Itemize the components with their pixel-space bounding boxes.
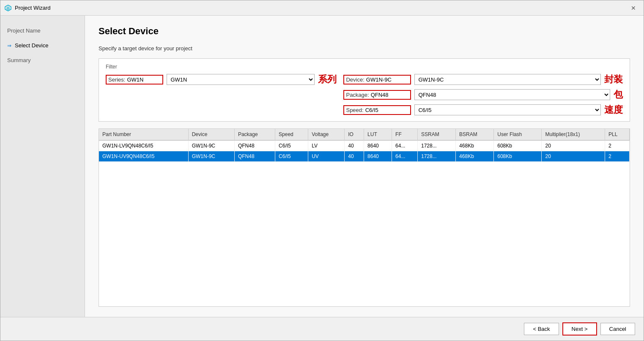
title-bar: Project Wizard ✕ bbox=[0, 0, 644, 16]
table-cell: GW1N-9C bbox=[188, 151, 234, 162]
table-cell: QFN48 bbox=[234, 151, 275, 162]
speed-field-wrapper: Speed: bbox=[343, 105, 411, 115]
series-dropdown[interactable]: GW1N bbox=[167, 74, 315, 85]
filter-label: Filter bbox=[106, 64, 623, 70]
table-cell: GW1N-UV9QN48C6/I5 bbox=[99, 151, 188, 162]
device-label: Device: bbox=[346, 76, 364, 83]
table-cell: 468Kb bbox=[456, 140, 494, 151]
package-label: Package: bbox=[346, 92, 369, 98]
table-cell: 468Kb bbox=[456, 151, 494, 162]
table-cell: 1728... bbox=[418, 140, 456, 151]
sidebar: Project Name ⇒ Select Device Summary bbox=[0, 16, 85, 317]
table-cell: QFN48 bbox=[234, 140, 275, 151]
cancel-button[interactable]: Cancel bbox=[600, 323, 635, 335]
table-cell: 20 bbox=[542, 140, 605, 151]
svg-marker-1 bbox=[6, 6, 10, 11]
table-cell: 1728... bbox=[418, 151, 456, 162]
col-ssram: SSRAM bbox=[418, 129, 456, 140]
package-annotation: 包 bbox=[614, 88, 623, 101]
table-cell: 64... bbox=[392, 151, 418, 162]
sidebar-item-project-name[interactable]: Project Name bbox=[0, 24, 85, 37]
table-cell: C6/I5 bbox=[275, 140, 308, 151]
package-dropdown[interactable]: QFN48 bbox=[414, 89, 610, 100]
table-cell: 20 bbox=[542, 151, 605, 162]
table-header-row: Part Number Device Package Speed Voltage… bbox=[99, 129, 630, 140]
close-button[interactable]: ✕ bbox=[628, 4, 639, 12]
device-table-container: Part Number Device Package Speed Voltage… bbox=[99, 128, 630, 307]
speed-label: Speed: bbox=[346, 107, 363, 113]
bottom-bar: < Back Next > Cancel bbox=[0, 317, 644, 341]
table-row[interactable]: GW1N-LV9QN48C6/I5GW1N-9CQFN48C6/I5LV4086… bbox=[99, 140, 630, 151]
col-speed: Speed bbox=[275, 129, 308, 140]
sidebar-label-project-name: Project Name bbox=[7, 27, 41, 34]
table-cell: 64... bbox=[392, 140, 418, 151]
device-dropdown[interactable]: GW1N-9C bbox=[414, 74, 601, 85]
col-package: Package bbox=[234, 129, 275, 140]
speed-dropdown[interactable]: C6/I5 bbox=[414, 104, 601, 115]
sidebar-item-select-device[interactable]: ⇒ Select Device bbox=[0, 39, 85, 52]
table-cell: 8640 bbox=[364, 140, 392, 151]
series-annotation: 系列 bbox=[318, 73, 337, 86]
main-content: Select Device Specify a target device fo… bbox=[85, 16, 644, 317]
table-cell: 608Kb bbox=[494, 151, 542, 162]
back-button[interactable]: < Back bbox=[524, 323, 559, 335]
table-cell: C6/I5 bbox=[275, 151, 308, 162]
col-device: Device bbox=[188, 129, 234, 140]
subtitle: Specify a target device for your project bbox=[99, 45, 630, 52]
col-multiplier: Multiplier(18x1) bbox=[542, 129, 605, 140]
filter-section: Filter Series: GW1N 系列 bbox=[99, 58, 630, 122]
table-cell: 608Kb bbox=[494, 140, 542, 151]
window-title: Project Wizard bbox=[15, 5, 51, 11]
table-cell: GW1N-LV9QN48C6/I5 bbox=[99, 140, 188, 151]
table-cell: 2 bbox=[605, 151, 629, 162]
series-label: Series: bbox=[108, 76, 125, 83]
app-icon bbox=[5, 5, 11, 11]
next-button[interactable]: Next > bbox=[562, 322, 597, 336]
device-input[interactable] bbox=[366, 76, 409, 83]
main-window: Project Wizard ✕ Project Name ⇒ Select D… bbox=[0, 0, 644, 341]
page-title: Select Device bbox=[99, 26, 630, 37]
package-input[interactable] bbox=[371, 92, 409, 98]
series-field-wrapper: Series: bbox=[106, 75, 163, 85]
device-table: Part Number Device Package Speed Voltage… bbox=[99, 129, 630, 162]
col-ff: FF bbox=[392, 129, 418, 140]
table-cell: UV bbox=[308, 151, 345, 162]
sidebar-label-select-device: Select Device bbox=[15, 42, 48, 49]
series-input[interactable] bbox=[127, 76, 161, 83]
table-row[interactable]: GW1N-UV9QN48C6/I5GW1N-9CQFN48C6/I5UV4086… bbox=[99, 151, 630, 162]
col-part-number: Part Number bbox=[99, 129, 188, 140]
sidebar-label-summary: Summary bbox=[7, 57, 31, 63]
package-field-wrapper: Package: bbox=[343, 90, 411, 100]
col-voltage: Voltage bbox=[308, 129, 345, 140]
col-pll: PLL bbox=[605, 129, 629, 140]
table-cell: LV bbox=[308, 140, 345, 151]
device-field-wrapper: Device: bbox=[343, 75, 411, 85]
table-cell: GW1N-9C bbox=[188, 140, 234, 151]
sidebar-item-summary[interactable]: Summary bbox=[0, 54, 85, 67]
col-lut: LUT bbox=[364, 129, 392, 140]
table-cell: 40 bbox=[345, 151, 364, 162]
table-cell: 2 bbox=[605, 140, 629, 151]
sidebar-arrow-icon: ⇒ bbox=[7, 43, 11, 49]
title-bar-left: Project Wizard bbox=[5, 5, 51, 11]
col-user-flash: User Flash bbox=[494, 129, 542, 140]
speed-annotation: 速度 bbox=[604, 104, 623, 116]
table-cell: 8640 bbox=[364, 151, 392, 162]
col-bsram: BSRAM bbox=[456, 129, 494, 140]
device-annotation: 封装 bbox=[604, 73, 623, 86]
speed-input[interactable] bbox=[365, 107, 409, 113]
col-io: IO bbox=[345, 129, 364, 140]
table-cell: 40 bbox=[345, 140, 364, 151]
content-area: Project Name ⇒ Select Device Summary Sel… bbox=[0, 16, 644, 317]
